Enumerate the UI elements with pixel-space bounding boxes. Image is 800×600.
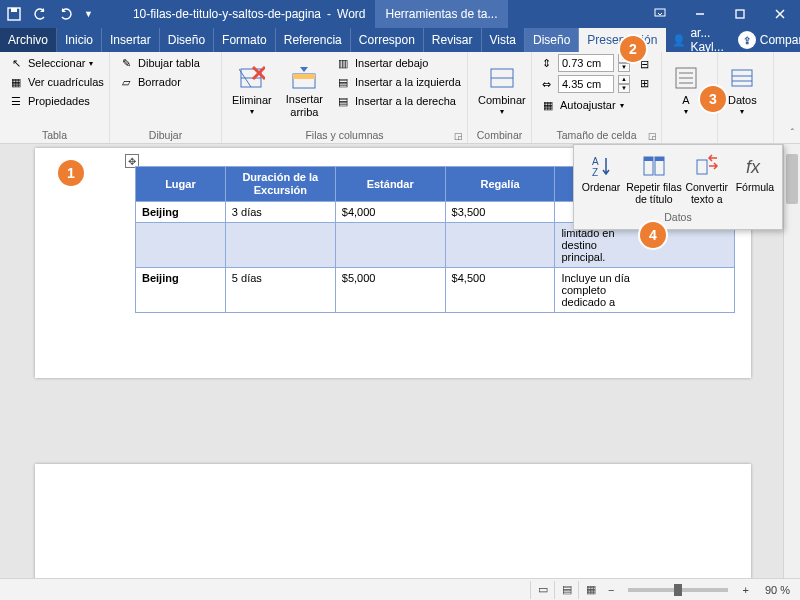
cursor-icon: ↖ bbox=[8, 55, 24, 71]
read-mode-icon[interactable]: ▭ bbox=[530, 581, 554, 599]
combinar-button[interactable]: Combinar▾ bbox=[474, 54, 530, 127]
insert-left-icon: ▤ bbox=[335, 74, 351, 90]
tab-correspondencia[interactable]: Correspon bbox=[351, 28, 424, 52]
eliminar-button[interactable]: Eliminar▾ bbox=[228, 54, 276, 127]
callout-2: 2 bbox=[620, 36, 646, 62]
tab-diseno[interactable]: Diseño bbox=[160, 28, 214, 52]
col-width-control[interactable]: ⇔▲▼ bbox=[538, 75, 630, 93]
row-height-control[interactable]: ⇕▲▼ bbox=[538, 54, 630, 72]
redo-icon[interactable] bbox=[58, 6, 74, 22]
zoom-in-icon[interactable]: + bbox=[736, 584, 754, 596]
insertar-arriba-button[interactable]: Insertar arriba bbox=[282, 54, 327, 127]
datos-dropdown-panel: AZOrdenar Repetir filas de título Conver… bbox=[573, 144, 783, 230]
table-header[interactable]: Lugar bbox=[136, 167, 226, 202]
tab-revisar[interactable]: Revisar bbox=[424, 28, 482, 52]
table-cell[interactable] bbox=[445, 223, 555, 268]
table-header[interactable]: Duración de la Excursión bbox=[225, 167, 335, 202]
grid-icon: ▦ bbox=[8, 74, 24, 90]
share-icon: ⇪ bbox=[738, 31, 756, 49]
insertar-izquierda-button[interactable]: ▤Insertar a la izquierda bbox=[333, 73, 463, 91]
autofit-icon: ▦ bbox=[540, 97, 556, 113]
table-cell[interactable]: $4,500 bbox=[445, 268, 555, 313]
table-header[interactable]: Regalía bbox=[445, 167, 555, 202]
dialog-launcher-icon[interactable]: ◲ bbox=[454, 131, 463, 141]
table-header[interactable]: Estándar bbox=[335, 167, 445, 202]
table-cell[interactable]: $3,500 bbox=[445, 202, 555, 223]
ordenar-button[interactable]: AZOrdenar bbox=[578, 151, 624, 207]
convert-icon bbox=[694, 153, 720, 179]
callout-4: 4 bbox=[640, 222, 666, 248]
collapse-ribbon-icon[interactable]: ˆ bbox=[791, 128, 794, 139]
table-cell[interactable]: $4,000 bbox=[335, 202, 445, 223]
table-cell[interactable] bbox=[225, 223, 335, 268]
minimize-icon[interactable] bbox=[680, 0, 720, 28]
merge-icon bbox=[488, 64, 516, 92]
table-cell[interactable] bbox=[335, 223, 445, 268]
svg-text:fx: fx bbox=[746, 157, 761, 177]
table-cell[interactable]: Beijing bbox=[136, 268, 226, 313]
tab-inicio[interactable]: Inicio bbox=[57, 28, 102, 52]
distribute-cols-icon[interactable]: ⊞ bbox=[636, 75, 652, 91]
page-2: visitar la ciudad prohibida.Beijing7 día… bbox=[35, 464, 751, 578]
zoom-thumb[interactable] bbox=[674, 584, 682, 596]
ribbon-tabs: Archivo Inicio Insertar Diseño Formato R… bbox=[0, 28, 800, 52]
close-icon[interactable] bbox=[760, 0, 800, 28]
propiedades-button[interactable]: ☰Propiedades bbox=[6, 92, 106, 110]
tab-vista[interactable]: Vista bbox=[482, 28, 525, 52]
insertar-debajo-button[interactable]: ▥Insertar debajo bbox=[333, 54, 463, 72]
repetir-filas-titulo-button[interactable]: Repetir filas de título bbox=[626, 151, 681, 207]
col-width-input[interactable] bbox=[558, 75, 614, 93]
seleccionar-button[interactable]: ↖Seleccionar▾ bbox=[6, 54, 106, 72]
row-height-input[interactable] bbox=[558, 54, 614, 72]
table-row[interactable]: Beijing5 días$5,000$4,500Incluye un día … bbox=[136, 268, 735, 313]
width-icon: ⇔ bbox=[538, 76, 554, 92]
svg-rect-28 bbox=[655, 157, 664, 161]
insertar-derecha-button[interactable]: ▤Insertar a la derecha bbox=[333, 92, 463, 110]
callout-3: 3 bbox=[700, 86, 726, 112]
tab-formato[interactable]: Formato bbox=[214, 28, 276, 52]
dialog-launcher-icon[interactable]: ◲ bbox=[648, 131, 657, 141]
dibujar-tabla-button[interactable]: ✎Dibujar tabla bbox=[116, 54, 202, 72]
maximize-icon[interactable] bbox=[720, 0, 760, 28]
share-button[interactable]: ⇪ Compartir bbox=[730, 28, 800, 52]
qat-more-icon[interactable]: ▼ bbox=[84, 9, 93, 19]
vertical-scrollbar[interactable] bbox=[783, 144, 800, 578]
tab-referencia[interactable]: Referencia bbox=[276, 28, 351, 52]
datos-button[interactable]: Datos▾ bbox=[724, 54, 761, 127]
print-layout-icon[interactable]: ▤ bbox=[554, 581, 578, 599]
web-layout-icon[interactable]: ▦ bbox=[578, 581, 602, 599]
zoom-level[interactable]: 90 % bbox=[755, 584, 800, 596]
undo-icon[interactable] bbox=[32, 6, 48, 22]
convertir-texto-button[interactable]: Convertir texto a bbox=[684, 151, 730, 207]
table-cell[interactable] bbox=[136, 223, 226, 268]
zoom-slider[interactable] bbox=[628, 588, 728, 592]
pencil-table-icon: ✎ bbox=[118, 55, 134, 71]
borrador-button[interactable]: ▱Borrador bbox=[116, 73, 202, 91]
formula-button[interactable]: fxFórmula bbox=[732, 151, 778, 207]
delete-table-icon bbox=[238, 64, 266, 92]
table-cell[interactable]: Beijing bbox=[136, 202, 226, 223]
group-filas-columnas: Filas y columnas◲ bbox=[228, 127, 461, 143]
tab-archivo[interactable]: Archivo bbox=[0, 28, 57, 52]
tab-insertar[interactable]: Insertar bbox=[102, 28, 160, 52]
zoom-out-icon[interactable]: − bbox=[602, 584, 620, 596]
width-spinner[interactable]: ▲▼ bbox=[618, 75, 630, 93]
document-area: ✥ LugarDuración de la ExcursiónEstándarR… bbox=[0, 144, 800, 578]
user-account[interactable]: 👤 ar... Kayl... bbox=[666, 28, 729, 52]
ribbon-options-icon[interactable] bbox=[640, 0, 680, 28]
properties-icon: ☰ bbox=[8, 93, 24, 109]
data-icon bbox=[728, 64, 756, 92]
scrollbar-thumb[interactable] bbox=[786, 154, 798, 204]
ver-cuadriculas-button[interactable]: ▦Ver cuadrículas bbox=[6, 73, 106, 91]
table-cell[interactable]: $5,000 bbox=[335, 268, 445, 313]
tab-diseno-tabla[interactable]: Diseño bbox=[525, 28, 579, 52]
autoajustar-button[interactable]: ▦Autoajustar▾ bbox=[538, 96, 630, 114]
table-cell[interactable]: 5 días bbox=[225, 268, 335, 313]
alineacion-button[interactable]: A▾ bbox=[668, 54, 704, 127]
table-cell[interactable]: Incluye un día completo dedicado a bbox=[555, 268, 735, 313]
table-cell[interactable]: 3 días bbox=[225, 202, 335, 223]
save-icon[interactable] bbox=[6, 6, 22, 22]
group-tamano-celda: Tamaño de celda◲ bbox=[538, 127, 655, 143]
svg-rect-13 bbox=[293, 74, 315, 79]
svg-text:Z: Z bbox=[592, 167, 598, 178]
